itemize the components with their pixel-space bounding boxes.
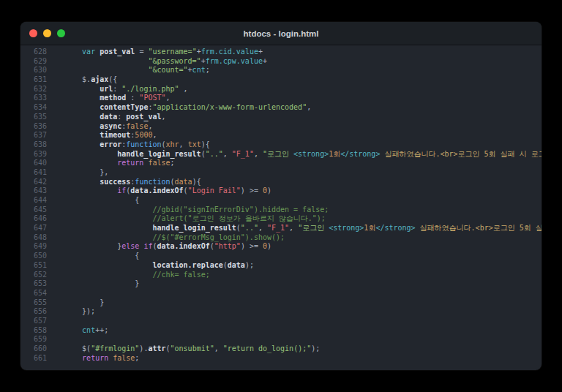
line-number: 658 [20, 326, 47, 336]
code-line: 635 data: post_val, [20, 113, 542, 122]
code-line: 648 //$("#errorMsg_login").show(); [20, 233, 542, 243]
code-line: 652 //chk= false; [20, 271, 542, 280]
code-line: 655 } [20, 298, 542, 308]
code-area[interactable]: 628 var post_val = "username="+frm.cid.v… [20, 45, 542, 370]
line-number: 645 [20, 206, 47, 215]
line-number: 656 [20, 307, 47, 317]
code-line: 647 handle_login_result("..", "F_1", "로그… [20, 224, 542, 233]
line-number: 639 [20, 150, 47, 159]
code-line: 650 { [20, 252, 542, 261]
code-line: 658 cnt++; [20, 326, 542, 336]
title-bar[interactable]: htdocs - login.html [20, 22, 542, 45]
code-text: //chk= false; [47, 271, 210, 280]
code-text: var post_val = "username="+frm.cid.value… [47, 48, 263, 57]
code-line: 638 error:function(xhr, txt){ [20, 140, 542, 150]
line-number: 644 [20, 196, 47, 206]
code-text: contentType:"application/x-www-form-urle… [47, 103, 311, 113]
zoom-button[interactable] [57, 29, 65, 37]
editor-window: htdocs - login.html 628 var post_val = "… [20, 22, 542, 370]
code-line: 632 url: "./login.php" , [20, 85, 542, 94]
code-text: return false; [47, 354, 139, 363]
minimize-button[interactable] [43, 29, 51, 37]
line-number: 643 [20, 186, 47, 196]
code-line: 659 [20, 335, 542, 344]
line-number: 654 [20, 289, 47, 298]
code-text: //$("#errorMsg_login").show(); [47, 233, 285, 243]
code-text: $.ajax({ [47, 75, 117, 85]
close-button[interactable] [29, 29, 37, 37]
code-text: url: "./login.php" , [47, 85, 188, 94]
window-title: htdocs - login.html [20, 29, 542, 38]
line-number: 628 [20, 48, 47, 57]
line-number: 642 [20, 178, 47, 187]
line-number: 632 [20, 85, 47, 94]
line-number: 635 [20, 113, 47, 122]
code-text: } [47, 279, 139, 289]
code-line: 644 { [20, 196, 542, 206]
code-line: 631 $.ajax({ [20, 75, 542, 85]
line-number: 653 [20, 279, 47, 289]
line-number: 657 [20, 317, 47, 326]
code-text: method : "POST", [47, 94, 171, 103]
code-line: 636 async:false, [20, 122, 542, 132]
code-text: timeout:5000, [47, 131, 157, 140]
line-number: 652 [20, 271, 47, 280]
code-line: 640 return false; [20, 159, 542, 168]
line-number: 649 [20, 242, 47, 252]
code-text: $("#frmlogin").attr("onsubmit", "return … [47, 344, 320, 354]
line-number: 647 [20, 224, 47, 233]
code-text: //gbid("signInErrorDiv").hidden = false; [47, 206, 329, 215]
code-line: 628 var post_val = "username="+frm.cid.v… [20, 48, 542, 57]
code-line: 660 $("#frmlogin").attr("onsubmit", "ret… [20, 344, 542, 354]
line-number: 633 [20, 94, 47, 103]
line-number: 659 [20, 335, 47, 344]
code-text: }, [47, 168, 108, 178]
code-line: 633 method : "POST", [20, 94, 542, 103]
line-number: 661 [20, 354, 47, 363]
code-line: 629 "&password="+frm.cpw.value+ [20, 57, 542, 67]
code-text: { [47, 196, 139, 206]
code-text: //alert("로그인 정보가 올바르지 않습니다."); [47, 214, 326, 224]
line-number: 651 [20, 261, 47, 271]
code-line: 651 location.replace(data); [20, 261, 542, 271]
code-text: handle_login_result("..", "F_1", "로그인 <s… [47, 224, 542, 233]
line-number: 650 [20, 252, 47, 261]
code-text: cnt++; [47, 326, 108, 336]
code-text: }); [47, 307, 95, 317]
code-line: 639 handle_login_result("..", "F_1", "로그… [20, 150, 542, 159]
code-text: data: post_val, [47, 113, 166, 122]
code-line: 654 [20, 289, 542, 298]
line-number: 629 [20, 57, 47, 67]
code-line: 656 }); [20, 307, 542, 317]
code-text [47, 317, 64, 326]
code-text: return false; [47, 159, 175, 168]
code-line: 661 return false; [20, 354, 542, 363]
code-line: 642 success:function(data){ [20, 178, 542, 187]
line-number: 655 [20, 298, 47, 308]
line-number: 646 [20, 214, 47, 224]
code-text: location.replace(data); [47, 261, 254, 271]
code-line: 657 [20, 317, 542, 326]
code-text: { [47, 252, 139, 261]
line-number: 634 [20, 103, 47, 113]
code-text [47, 335, 64, 344]
code-line: 646 //alert("로그인 정보가 올바르지 않습니다."); [20, 214, 542, 224]
line-number: 648 [20, 233, 47, 243]
code-text [47, 289, 64, 298]
code-line: 643 if(data.indexOf("Login Fail") >= 0) [20, 186, 542, 196]
code-line: 641 }, [20, 168, 542, 178]
code-text: handle_login_result("..", "F_1", "로그인 <s… [47, 150, 542, 159]
code-text: success:function(data){ [47, 178, 201, 187]
line-number: 636 [20, 122, 47, 132]
code-text: if(data.indexOf("Login Fail") >= 0) [47, 186, 271, 196]
code-line: 645 //gbid("signInErrorDiv").hidden = fa… [20, 206, 542, 215]
code-line: 653 } [20, 279, 542, 289]
code-text: }else if(data.indexOf("http") >= 0) [47, 242, 271, 252]
code-text: "&count="+cnt; [47, 66, 210, 75]
code-text: } [47, 298, 104, 308]
line-number: 638 [20, 140, 47, 150]
line-number: 641 [20, 168, 47, 178]
line-number: 640 [20, 159, 47, 168]
line-number: 660 [20, 344, 47, 354]
code-text: "&password="+frm.cpw.value+ [47, 57, 267, 67]
